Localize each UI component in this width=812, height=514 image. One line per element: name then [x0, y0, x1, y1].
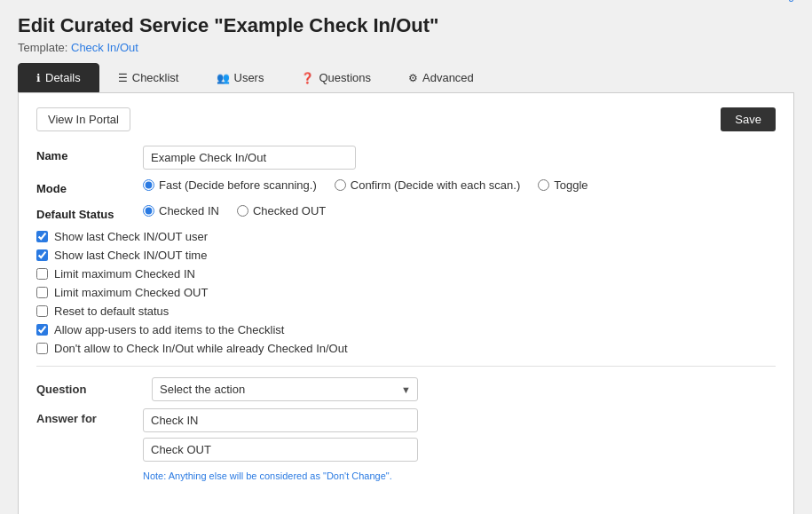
checkbox-allow-add-label: Allow app-users to add items to the Chec… [54, 323, 284, 336]
mode-fast-radio[interactable] [143, 179, 154, 191]
question-label: Question [36, 383, 143, 396]
mode-label: Mode [36, 178, 143, 195]
info-icon: ℹ [36, 72, 41, 84]
mode-confirm-label: Confirm (Decide with each scan.) [351, 178, 520, 192]
answer-check-out-input[interactable] [143, 438, 418, 462]
answer-for-label: Answer for [36, 408, 143, 425]
default-status-label: Default Status [36, 204, 143, 221]
mode-radio-group: Fast (Decide before scanning.) Confirm (… [143, 178, 776, 192]
checkbox-show-time-label: Show last Check IN/OUT time [54, 249, 207, 262]
status-checked-out[interactable]: Checked OUT [237, 204, 326, 217]
mode-toggle-label: Toggle [554, 178, 587, 192]
default-status-row: Default Status Checked IN Checked OUT [36, 204, 776, 221]
answer-inputs: Note: Anything else will be considered a… [143, 408, 418, 481]
mode-toggle[interactable]: Toggle [538, 178, 587, 192]
mode-toggle-radio[interactable] [538, 179, 549, 191]
checkbox-limit-out-label: Limit maximum Checked OUT [54, 286, 208, 299]
name-row: Name [36, 146, 776, 170]
tab-details[interactable]: ℹ Details [18, 63, 99, 92]
advanced-icon: ⚙ [408, 72, 418, 84]
tab-users-label: Users [234, 71, 264, 84]
status-checked-out-radio[interactable] [237, 205, 248, 217]
checkbox-reset-input[interactable] [36, 305, 48, 317]
tab-advanced[interactable]: ⚙ Advanced [390, 63, 493, 92]
tab-questions-label: Questions [319, 71, 371, 84]
checkbox-limit-out: Limit maximum Checked OUT [36, 286, 776, 299]
tab-checklist-label: Checklist [132, 71, 179, 84]
default-status-group: Checked IN Checked OUT [143, 204, 776, 217]
go-back-link[interactable]: Go back to listing [699, 0, 794, 2]
mode-control-wrap: Fast (Decide before scanning.) Confirm (… [143, 178, 776, 192]
question-row: Question Select the action Check IN Chec… [36, 377, 776, 401]
toolbar: View In Portal Save [36, 107, 776, 131]
answer-for-row: Answer for Note: Anything else will be c… [36, 408, 776, 481]
template-link[interactable]: Check In/Out [71, 41, 138, 54]
status-checked-out-label: Checked OUT [253, 204, 326, 217]
checkbox-limit-out-input[interactable] [36, 287, 48, 298]
note-text: Note: Anything else will be considered a… [143, 471, 418, 481]
mode-confirm[interactable]: Confirm (Decide with each scan.) [335, 178, 520, 192]
checkbox-dont-allow-label: Don't allow to Check In/Out while alread… [54, 342, 348, 355]
mode-fast[interactable]: Fast (Decide before scanning.) [143, 178, 317, 192]
name-control-wrap [143, 146, 776, 170]
template-label: Template: [18, 41, 67, 54]
checkbox-dont-allow-input[interactable] [36, 343, 48, 354]
checklist-icon: ☰ [118, 72, 128, 84]
status-checked-in-radio[interactable] [143, 205, 154, 217]
checkbox-limit-in-input[interactable] [36, 268, 48, 280]
users-icon: 👥 [217, 72, 230, 84]
default-status-wrap: Checked IN Checked OUT [143, 204, 776, 217]
checkbox-show-user-label: Show last Check IN/OUT user [54, 230, 208, 243]
name-label: Name [36, 146, 143, 162]
questions-icon: ❓ [301, 72, 314, 84]
tab-details-label: Details [45, 71, 81, 84]
mode-fast-label: Fast (Decide before scanning.) [159, 178, 317, 192]
checkbox-reset-label: Reset to default status [54, 304, 169, 318]
checkbox-show-time-input[interactable] [36, 249, 48, 261]
page-wrapper: Go back to listing Edit Curated Service … [0, 0, 812, 514]
status-checked-in-label: Checked IN [159, 204, 219, 217]
tabs-row: ℹ Details ☰ Checklist 👥 Users ❓ Question… [18, 63, 794, 93]
page-title: Edit Curated Service "Example Check In/O… [18, 14, 794, 37]
mode-confirm-radio[interactable] [335, 179, 346, 191]
form-section: Name Mode Fast (Decide before scanning.) [36, 146, 776, 499]
checkbox-show-user-input[interactable] [36, 231, 48, 242]
divider [36, 366, 776, 367]
checkbox-limit-in-label: Limit maximum Checked IN [54, 267, 195, 281]
checkbox-reset: Reset to default status [36, 304, 776, 318]
template-line: Template: Check In/Out [18, 41, 794, 54]
mode-row: Mode Fast (Decide before scanning.) Conf… [36, 178, 776, 195]
tab-advanced-label: Advanced [422, 71, 474, 84]
checkbox-allow-add-input[interactable] [36, 324, 48, 336]
tab-checklist[interactable]: ☰ Checklist [99, 63, 198, 92]
checkbox-show-user: Show last Check IN/OUT user [36, 230, 776, 243]
status-checked-in[interactable]: Checked IN [143, 204, 219, 217]
checkbox-limit-in: Limit maximum Checked IN [36, 267, 776, 281]
question-select-wrap: Select the action Check IN Check OUT ▼ [152, 377, 418, 401]
answer-check-in-input[interactable] [143, 408, 418, 432]
question-select[interactable]: Select the action Check IN Check OUT [152, 377, 418, 401]
save-button-top[interactable]: Save [721, 107, 776, 131]
view-portal-button[interactable]: View In Portal [36, 107, 130, 131]
checkbox-show-time: Show last Check IN/OUT time [36, 249, 776, 262]
checkbox-allow-add: Allow app-users to add items to the Chec… [36, 323, 776, 336]
checkbox-dont-allow: Don't allow to Check In/Out while alread… [36, 342, 776, 355]
name-input[interactable] [143, 146, 356, 170]
tab-questions[interactable]: ❓ Questions [282, 63, 390, 92]
tab-users[interactable]: 👥 Users [198, 63, 283, 92]
main-card: View In Portal Save Name Mode Fast (Dec [18, 93, 794, 514]
